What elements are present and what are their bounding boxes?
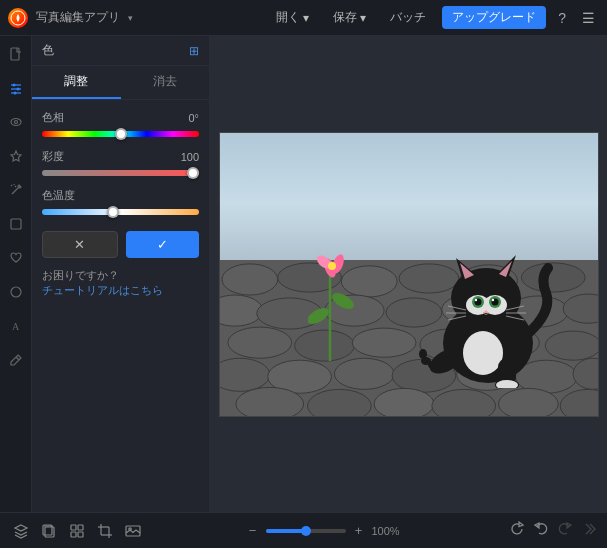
help-text: お困りですか？ [42, 268, 199, 283]
zoom-percent: 100% [372, 525, 410, 537]
svg-point-53 [308, 304, 331, 326]
zoom-fill [266, 529, 306, 533]
pin-icon[interactable]: ⊞ [189, 44, 199, 58]
grid-icon[interactable] [66, 523, 88, 539]
rail-star-icon[interactable] [6, 146, 26, 166]
svg-point-8 [11, 119, 21, 126]
upgrade-button[interactable]: アップグレード [442, 6, 546, 29]
svg-marker-101 [519, 522, 523, 527]
action-buttons: ✕ ✓ [42, 231, 199, 258]
svg-point-70 [474, 298, 476, 300]
photo-container [219, 132, 599, 417]
svg-rect-92 [78, 525, 83, 530]
crop-icon[interactable] [94, 523, 116, 539]
zoom-slider[interactable] [266, 529, 346, 533]
cancel-button[interactable]: ✕ [42, 231, 118, 258]
app-logo [8, 8, 28, 28]
svg-point-20 [221, 264, 277, 295]
rail-file-icon[interactable] [6, 44, 26, 64]
svg-rect-16 [11, 219, 21, 229]
menu-save[interactable]: 保存 ▾ [325, 9, 374, 26]
bottom-toolbar: − + 100% [0, 512, 607, 548]
svg-marker-102 [535, 523, 539, 528]
svg-marker-88 [15, 525, 27, 531]
layers-icon[interactable] [10, 523, 32, 539]
rail-rect-icon[interactable] [6, 214, 26, 234]
svg-marker-103 [567, 523, 571, 528]
svg-line-15 [15, 186, 16, 187]
svg-point-39 [220, 358, 270, 391]
zoom-thumb[interactable] [301, 526, 311, 536]
undo-icon[interactable] [533, 521, 549, 540]
flower-svg [308, 246, 363, 361]
svg-point-32 [563, 294, 598, 323]
cat-svg [398, 213, 553, 388]
svg-point-9 [14, 121, 17, 124]
hue-slider-track[interactable] [42, 131, 199, 137]
sidebar-header: 色 ⊞ [32, 36, 209, 66]
temperature-slider-thumb[interactable] [107, 206, 119, 218]
help-section: お困りですか？ チュートリアルはこちら [42, 268, 199, 298]
svg-point-100 [129, 527, 131, 529]
rail-circle-icon[interactable] [6, 282, 26, 302]
svg-point-84 [419, 349, 427, 359]
title-chevron: ▾ [128, 13, 133, 23]
svg-rect-1 [11, 48, 19, 60]
rail-heart-icon[interactable] [6, 248, 26, 268]
zoom-out-button[interactable]: − [244, 522, 262, 540]
zoom-in-button[interactable]: + [350, 522, 368, 540]
hue-control: 色相 0° [42, 110, 199, 139]
svg-point-6 [16, 88, 19, 91]
svg-point-33 [227, 327, 291, 358]
svg-line-13 [11, 185, 12, 186]
rotate-icon[interactable] [509, 521, 525, 540]
saturation-value: 100 [181, 151, 199, 163]
rail-magic-icon[interactable] [6, 180, 26, 200]
rail-adjust-icon[interactable] [6, 78, 26, 98]
forward-icon[interactable] [581, 521, 597, 540]
tab-remove[interactable]: 消去 [121, 66, 210, 99]
copy-icon[interactable] [38, 523, 60, 539]
redo-icon[interactable] [557, 521, 573, 540]
menu-icon[interactable]: ☰ [578, 10, 599, 26]
svg-point-46 [235, 387, 303, 415]
tab-adjust[interactable]: 調整 [32, 66, 121, 99]
saturation-slider-track[interactable] [42, 170, 199, 176]
svg-text:A: A [12, 321, 20, 332]
image-icon[interactable] [122, 523, 144, 539]
hue-slider-thumb[interactable] [115, 128, 127, 140]
svg-point-7 [13, 92, 16, 95]
tutorial-link[interactable]: チュートリアルはこちら [42, 283, 199, 298]
zoom-controls: − + 100% [244, 522, 410, 540]
canvas-area [210, 36, 607, 512]
saturation-control: 彩度 100 [42, 149, 199, 178]
menu-batch[interactable]: バッチ [382, 9, 434, 26]
svg-point-49 [431, 389, 495, 415]
saturation-label: 彩度 [42, 149, 64, 164]
svg-point-41 [334, 358, 394, 389]
icon-rail: A [0, 36, 32, 512]
rail-text-icon[interactable]: A [6, 316, 26, 336]
bottom-action-icons [509, 521, 597, 540]
confirm-button[interactable]: ✓ [126, 231, 200, 258]
svg-point-38 [545, 331, 598, 360]
app-title: 写真編集アプリ [36, 9, 120, 26]
svg-point-17 [11, 287, 21, 297]
svg-rect-93 [71, 532, 76, 537]
svg-point-26 [220, 295, 263, 326]
rail-eye-icon[interactable] [6, 112, 26, 132]
svg-point-60 [463, 331, 503, 375]
sidebar-tabs: 調整 消去 [32, 66, 209, 100]
svg-point-73 [491, 298, 493, 300]
main-area: A 色 ⊞ 調整 消去 色相 0° [0, 36, 607, 512]
svg-line-19 [16, 357, 19, 360]
rail-brush-icon[interactable] [6, 350, 26, 370]
topbar: 写真編集アプリ ▾ 開く ▾ 保存 ▾ バッチ アップグレード ? ☰ [0, 0, 607, 36]
menu-open[interactable]: 開く ▾ [268, 9, 317, 26]
svg-point-58 [328, 262, 336, 270]
help-icon[interactable]: ? [554, 10, 570, 26]
saturation-slider-thumb[interactable] [187, 167, 199, 179]
sidebar-panel: 色 ⊞ 調整 消去 色相 0° 彩度 100 [32, 36, 210, 512]
svg-rect-91 [71, 525, 76, 530]
temperature-slider-track[interactable] [42, 209, 199, 215]
